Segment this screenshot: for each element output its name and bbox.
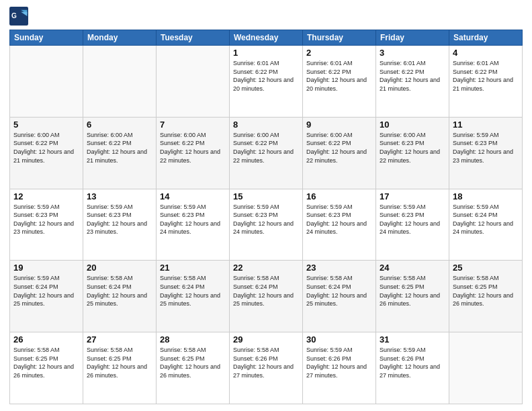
cell-info: Sunrise: 5:59 AMSunset: 6:23 PMDaylight:… — [160, 203, 226, 236]
day-number: 28 — [160, 334, 226, 345]
day-number: 20 — [87, 263, 152, 273]
logo-icon: G — [9, 7, 28, 26]
week-row-1: 1Sunrise: 6:01 AMSunset: 6:22 PMDaylight… — [10, 46, 523, 118]
day-number: 17 — [380, 191, 445, 201]
calendar-cell: 31Sunrise: 5:59 AMSunset: 6:26 PMDayligh… — [376, 332, 449, 404]
cell-info: Sunrise: 6:00 AMSunset: 6:22 PMDaylight:… — [13, 131, 79, 165]
day-number: 1 — [233, 48, 299, 58]
cell-info: Sunrise: 6:00 AMSunset: 6:22 PMDaylight:… — [233, 131, 299, 165]
day-number: 7 — [160, 120, 226, 130]
calendar-cell: 25Sunrise: 5:58 AMSunset: 6:25 PMDayligh… — [449, 261, 523, 332]
calendar-cell: 15Sunrise: 5:59 AMSunset: 6:23 PMDayligh… — [230, 189, 303, 261]
calendar-cell: 26Sunrise: 5:58 AMSunset: 6:25 PMDayligh… — [10, 332, 83, 404]
cell-info: Sunrise: 5:59 AMSunset: 6:23 PMDaylight:… — [13, 203, 79, 236]
calendar-cell: 1Sunrise: 6:01 AMSunset: 6:22 PMDaylight… — [230, 46, 303, 118]
day-number: 2 — [306, 48, 372, 58]
cell-info: Sunrise: 5:58 AMSunset: 6:24 PMDaylight:… — [306, 274, 372, 308]
cell-info: Sunrise: 5:59 AMSunset: 6:24 PMDaylight:… — [453, 203, 519, 236]
cell-info: Sunrise: 5:59 AMSunset: 6:23 PMDaylight:… — [233, 203, 299, 236]
day-number: 4 — [453, 48, 519, 58]
header-row: SundayMondayTuesdayWednesdayThursdayFrid… — [10, 30, 523, 46]
cell-info: Sunrise: 5:58 AMSunset: 6:25 PMDaylight:… — [87, 346, 152, 379]
calendar-cell: 14Sunrise: 5:59 AMSunset: 6:23 PMDayligh… — [157, 189, 230, 261]
day-number: 24 — [380, 263, 445, 273]
calendar-cell: 19Sunrise: 5:59 AMSunset: 6:24 PMDayligh… — [10, 261, 83, 332]
calendar-cell: 23Sunrise: 5:58 AMSunset: 6:24 PMDayligh… — [303, 261, 376, 332]
cell-info: Sunrise: 5:59 AMSunset: 6:24 PMDaylight:… — [13, 274, 79, 308]
calendar-cell: 11Sunrise: 5:59 AMSunset: 6:23 PMDayligh… — [449, 117, 523, 189]
calendar-header: SundayMondayTuesdayWednesdayThursdayFrid… — [10, 30, 523, 46]
calendar-cell: 6Sunrise: 6:00 AMSunset: 6:22 PMDaylight… — [83, 117, 157, 189]
calendar-cell — [449, 332, 523, 404]
day-number: 18 — [453, 191, 519, 201]
cell-info: Sunrise: 6:01 AMSunset: 6:22 PMDaylight:… — [453, 59, 519, 93]
cell-info: Sunrise: 5:58 AMSunset: 6:24 PMDaylight:… — [87, 274, 152, 308]
week-row-5: 26Sunrise: 5:58 AMSunset: 6:25 PMDayligh… — [10, 332, 523, 404]
calendar-cell: 5Sunrise: 6:00 AMSunset: 6:22 PMDaylight… — [10, 117, 83, 189]
calendar-cell: 30Sunrise: 5:59 AMSunset: 6:26 PMDayligh… — [303, 332, 376, 404]
calendar-cell — [83, 46, 157, 118]
calendar-cell: 28Sunrise: 5:58 AMSunset: 6:25 PMDayligh… — [157, 332, 230, 404]
day-header-friday: Friday — [376, 30, 449, 46]
day-number: 22 — [233, 263, 299, 273]
calendar-cell: 21Sunrise: 5:58 AMSunset: 6:24 PMDayligh… — [157, 261, 230, 332]
cell-info: Sunrise: 6:00 AMSunset: 6:22 PMDaylight:… — [160, 131, 226, 165]
calendar-body: 1Sunrise: 6:01 AMSunset: 6:22 PMDaylight… — [10, 46, 523, 404]
calendar-cell: 4Sunrise: 6:01 AMSunset: 6:22 PMDaylight… — [449, 46, 523, 118]
cell-info: Sunrise: 6:01 AMSunset: 6:22 PMDaylight:… — [380, 59, 445, 93]
calendar-cell: 17Sunrise: 5:59 AMSunset: 6:23 PMDayligh… — [376, 189, 449, 261]
day-number: 23 — [306, 263, 372, 273]
day-number: 26 — [13, 334, 79, 345]
day-header-thursday: Thursday — [303, 30, 376, 46]
day-number: 21 — [160, 263, 226, 273]
calendar-cell: 20Sunrise: 5:58 AMSunset: 6:24 PMDayligh… — [83, 261, 157, 332]
day-number: 8 — [233, 120, 299, 130]
day-number: 3 — [380, 48, 445, 58]
day-number: 31 — [380, 334, 445, 345]
calendar-cell — [10, 46, 83, 118]
day-number: 11 — [453, 120, 519, 130]
calendar-cell: 9Sunrise: 6:00 AMSunset: 6:22 PMDaylight… — [303, 117, 376, 189]
day-number: 15 — [233, 191, 299, 201]
week-row-2: 5Sunrise: 6:00 AMSunset: 6:22 PMDaylight… — [10, 117, 523, 189]
page: G SundayMondayTuesdayWednesdayThursdayFr… — [0, 0, 532, 411]
calendar-cell: 27Sunrise: 5:58 AMSunset: 6:25 PMDayligh… — [83, 332, 157, 404]
calendar-cell: 2Sunrise: 6:01 AMSunset: 6:22 PMDaylight… — [303, 46, 376, 118]
day-number: 27 — [87, 334, 152, 345]
calendar-cell: 12Sunrise: 5:59 AMSunset: 6:23 PMDayligh… — [10, 189, 83, 261]
week-row-4: 19Sunrise: 5:59 AMSunset: 6:24 PMDayligh… — [10, 261, 523, 332]
day-header-sunday: Sunday — [10, 30, 83, 46]
calendar-cell: 18Sunrise: 5:59 AMSunset: 6:24 PMDayligh… — [449, 189, 523, 261]
calendar-cell: 13Sunrise: 5:59 AMSunset: 6:23 PMDayligh… — [83, 189, 157, 261]
cell-info: Sunrise: 5:59 AMSunset: 6:23 PMDaylight:… — [453, 131, 519, 165]
calendar-cell: 10Sunrise: 6:00 AMSunset: 6:23 PMDayligh… — [376, 117, 449, 189]
day-header-tuesday: Tuesday — [157, 30, 230, 46]
day-header-wednesday: Wednesday — [230, 30, 303, 46]
cell-info: Sunrise: 6:01 AMSunset: 6:22 PMDaylight:… — [233, 59, 299, 93]
day-header-saturday: Saturday — [449, 30, 523, 46]
svg-text:G: G — [11, 12, 17, 19]
header: G — [9, 7, 523, 26]
calendar-cell: 29Sunrise: 5:58 AMSunset: 6:26 PMDayligh… — [230, 332, 303, 404]
cell-info: Sunrise: 5:58 AMSunset: 6:24 PMDaylight:… — [160, 274, 226, 308]
calendar-cell: 22Sunrise: 5:58 AMSunset: 6:24 PMDayligh… — [230, 261, 303, 332]
calendar-cell: 24Sunrise: 5:58 AMSunset: 6:25 PMDayligh… — [376, 261, 449, 332]
day-number: 12 — [13, 191, 79, 201]
cell-info: Sunrise: 6:01 AMSunset: 6:22 PMDaylight:… — [306, 59, 372, 93]
cell-info: Sunrise: 5:58 AMSunset: 6:25 PMDaylight:… — [380, 274, 445, 308]
cell-info: Sunrise: 6:00 AMSunset: 6:22 PMDaylight:… — [306, 131, 372, 165]
day-number: 30 — [306, 334, 372, 345]
cell-info: Sunrise: 5:59 AMSunset: 6:23 PMDaylight:… — [380, 203, 445, 236]
day-number: 9 — [306, 120, 372, 130]
calendar-cell — [157, 46, 230, 118]
calendar-cell: 3Sunrise: 6:01 AMSunset: 6:22 PMDaylight… — [376, 46, 449, 118]
calendar-cell: 7Sunrise: 6:00 AMSunset: 6:22 PMDaylight… — [157, 117, 230, 189]
cell-info: Sunrise: 5:58 AMSunset: 6:25 PMDaylight:… — [13, 346, 79, 379]
calendar-table: SundayMondayTuesdayWednesdayThursdayFrid… — [9, 30, 523, 404]
cell-info: Sunrise: 5:58 AMSunset: 6:25 PMDaylight:… — [160, 346, 226, 379]
cell-info: Sunrise: 5:59 AMSunset: 6:26 PMDaylight:… — [306, 346, 372, 379]
day-number: 13 — [87, 191, 152, 201]
cell-info: Sunrise: 5:59 AMSunset: 6:26 PMDaylight:… — [380, 346, 445, 379]
cell-info: Sunrise: 5:58 AMSunset: 6:24 PMDaylight:… — [233, 274, 299, 308]
calendar-cell: 8Sunrise: 6:00 AMSunset: 6:22 PMDaylight… — [230, 117, 303, 189]
